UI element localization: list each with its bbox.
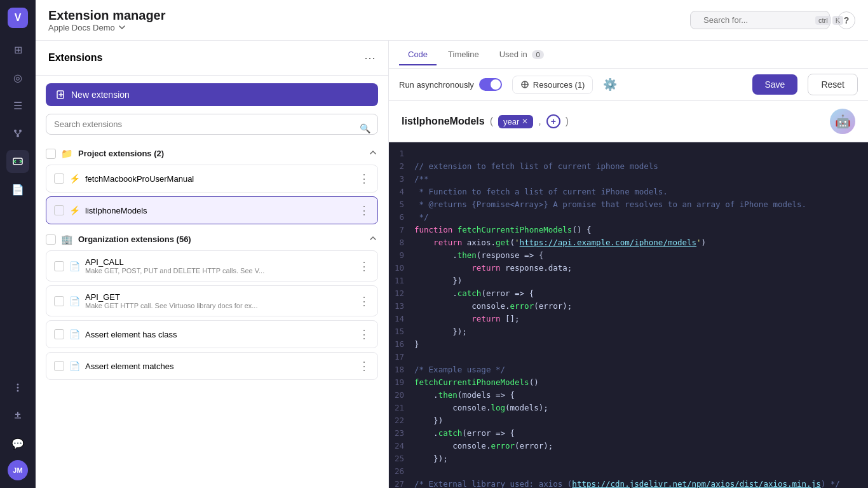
page-icon[interactable]: 📄 [6,178,29,201]
list-item[interactable]: 📄 API_CALL Make GET, POST, PUT and DELET… [46,250,378,281]
page-title: Extension manager [48,8,166,23]
ext-item-icon: 📄 [69,296,80,306]
code-line: 9 .then(response => { [389,249,868,262]
ext-item-icon: ⚡ [69,173,80,184]
project-extensions-group-header[interactable]: 📁 Project extensions (2) [46,142,378,165]
list-item[interactable]: 📄 API_GET Make GET HTTP call. See Virtuo… [46,285,378,316]
group-checkbox[interactable] [46,149,56,159]
left-navigation: V ⊞ ◎ ☰ 📄 💬 JM [0,0,36,488]
org-extensions-group-header[interactable]: 🏢 Organization extensions (56) [46,228,378,250]
svg-point-8 [17,390,19,392]
code-line: 8 return axios.get('https://api.example.… [389,236,868,249]
code-line: 11 }) [389,274,868,287]
svg-point-0 [14,130,17,132]
code-editor[interactable]: 1 2 // extension to fetch list of curren… [389,142,868,488]
ext-more-button[interactable]: ⋮ [358,172,370,186]
new-extension-label: New extension [71,90,130,100]
help-button[interactable]: ? [837,11,855,29]
ext-more-button[interactable]: ⋮ [358,359,370,373]
list-item[interactable]: ⚡ listIphoneModels ⋮ [46,196,378,224]
svg-point-1 [19,130,22,132]
collapse-project-group-button[interactable] [368,147,378,159]
resources-button[interactable]: Resources (1) [512,76,593,94]
project-selector[interactable]: Apple Docs Demo [48,23,166,32]
add-param-button[interactable]: + [546,114,560,128]
toolbar: Run asynchronously Resources (1) ⚙️ Save… [389,69,868,101]
search-extensions-input[interactable] [46,114,378,135]
target-icon[interactable]: ◎ [6,66,29,89]
ext-item-name: Assert element has class [85,330,353,339]
code-line: 10 return response.data; [389,262,868,274]
ext-item-sub: Make GET HTTP call. See Virtuoso library… [85,302,353,309]
code-line: 7 function fetchCurrentiPhoneModels() { [389,224,868,236]
more-icon[interactable] [6,376,29,399]
search-input[interactable] [703,15,810,25]
group-checkbox[interactable] [46,234,56,245]
file-plus-icon [56,90,66,100]
item-checkbox[interactable] [54,361,64,371]
open-paren: ( [490,116,493,127]
ext-item-name: API_GET [85,292,353,302]
code-line: 1 [389,147,868,160]
new-extension-button[interactable]: New extension [46,83,378,106]
content-area: Extensions ⋯ New extension 🔍 [36,41,868,488]
grid-icon[interactable]: ⊞ [6,38,29,61]
svg-line-4 [18,132,20,135]
user-avatar[interactable]: JM [8,460,28,480]
header-left: Extension manager Apple Docs Demo [48,8,166,32]
code-line: 14 return []; [389,313,868,325]
ext-more-button[interactable]: ⋮ [358,327,370,341]
git-icon[interactable] [6,122,29,145]
reset-button[interactable]: Reset [808,74,858,95]
close-paren: ) [566,116,569,127]
list-item[interactable]: ⚡ fetchMacbookProUserManual ⋮ [46,165,378,193]
list-item[interactable]: 📄 Assert element matches ⋮ [46,352,378,380]
group-header-left: 🏢 Organization extensions (56) [46,234,191,245]
ext-more-button[interactable]: ⋮ [358,294,370,308]
used-in-badge: 0 [532,50,543,59]
chevron-up-icon [368,233,378,243]
tab-timeline[interactable]: Timeline [439,44,488,65]
project-group-icon: 📁 [61,148,73,159]
sidebar-more-button[interactable]: ⋯ [364,51,376,65]
plugin-icon[interactable] [6,404,29,427]
list-item[interactable]: 📄 Assert element has class ⋮ [46,320,378,348]
ctrl-key: ctrl [815,16,831,25]
chat-icon[interactable]: 💬 [6,432,29,455]
collapse-org-group-button[interactable] [368,233,378,245]
settings-button[interactable]: ⚙️ [603,78,617,92]
top-header: Extension manager Apple Docs Demo ctrl K [36,0,868,41]
code-line: 18 /* Example usage */ [389,363,868,376]
item-checkbox[interactable] [54,261,64,271]
code-line: 26 [389,465,868,478]
param-chip[interactable]: year ✕ [498,115,533,128]
ext-item-sub: Make GET, POST, PUT and DELETE HTTP call… [85,267,353,274]
list-icon[interactable]: ☰ [6,94,29,117]
logo-icon[interactable]: V [8,8,28,28]
svg-point-2 [17,135,19,137]
tab-used-in[interactable]: Used in 0 [491,44,553,65]
ext-more-button[interactable]: ⋮ [358,259,370,273]
item-checkbox[interactable] [54,296,64,306]
save-button[interactable]: Save [752,74,798,95]
code-line: 17 [389,351,868,363]
code-line: 25 }); [389,452,868,465]
code-area: listIphoneModels ( year ✕ , + ) 🤖 [389,101,868,488]
ext-item-icon: ⚡ [69,205,80,215]
run-async-toggle[interactable] [479,78,502,91]
global-search[interactable]: ctrl K [690,11,830,29]
code-line: 2 // extension to fetch list of current … [389,160,868,173]
item-checkbox[interactable] [54,329,64,339]
svg-point-7 [17,387,19,389]
tab-code[interactable]: Code [399,44,437,65]
code-line: 12 .catch(error => { [389,287,868,300]
right-panel: Code Timeline Used in 0 Run asynchronous… [389,41,868,488]
ext-more-button[interactable]: ⋮ [358,203,370,217]
code-ext-icon[interactable] [6,150,29,173]
item-checkbox[interactable] [54,205,64,215]
item-checkbox[interactable] [54,173,64,184]
search-extensions-wrapper: 🔍 [36,114,388,142]
svg-point-6 [17,384,19,386]
ext-item-icon: 📄 [69,361,80,371]
remove-param-button[interactable]: ✕ [522,117,528,126]
